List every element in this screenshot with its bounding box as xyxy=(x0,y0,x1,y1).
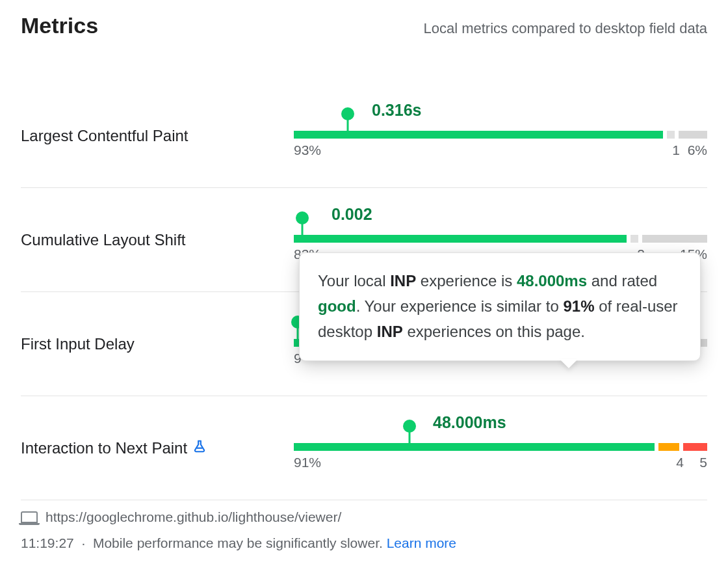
footer: https://googlechrome.github.io/lighthous… xyxy=(21,509,707,551)
timestamp: 11:19:27 xyxy=(21,535,74,550)
metrics-header: Metrics Local metrics compared to deskto… xyxy=(21,13,707,38)
ni-pct: 1 xyxy=(672,142,680,158)
laptop-icon xyxy=(21,511,38,523)
metric-label: Cumulative Layout Shift xyxy=(21,231,294,249)
footer-note: Mobile performance may be significantly … xyxy=(93,535,383,550)
local-value-marker xyxy=(403,420,416,433)
metric-label: Interaction to Next Paint xyxy=(21,438,294,458)
metric-value: 48.000ms xyxy=(433,413,506,432)
inp-tooltip: Your local INP experience is 48.000ms an… xyxy=(299,252,701,361)
poor-pct: 5 xyxy=(699,455,707,470)
section-title: Metrics xyxy=(21,13,98,38)
flask-icon xyxy=(192,438,207,458)
metric-distribution-lcp: 0.316s 93% 1 6% xyxy=(294,84,707,187)
metric-distribution-inp: 48.000ms 91% 4 5 xyxy=(294,396,707,500)
ni-pct: 4 xyxy=(676,455,684,470)
page-url: https://googlechrome.github.io/lighthous… xyxy=(46,509,341,525)
learn-more-link[interactable]: Learn more xyxy=(387,535,456,550)
tooltip-arrow-icon xyxy=(560,359,578,368)
local-value-marker xyxy=(341,107,354,120)
poor-pct: 6% xyxy=(688,142,707,158)
metric-label: First Input Delay xyxy=(21,335,294,353)
metric-value: 0.316s xyxy=(372,101,421,120)
metric-value: 0.002 xyxy=(332,205,372,224)
good-pct: 91% xyxy=(294,455,321,470)
metric-row-lcp[interactable]: Largest Contentful Paint 0.316s 93% 1 6% xyxy=(21,84,707,188)
section-subtitle: Local metrics compared to desktop field … xyxy=(423,20,707,37)
metric-row-inp[interactable]: Interaction to Next Paint 48.000ms xyxy=(21,396,707,500)
good-pct: 93% xyxy=(294,142,321,158)
metric-label: Largest Contentful Paint xyxy=(21,127,294,145)
local-value-marker xyxy=(296,211,309,224)
